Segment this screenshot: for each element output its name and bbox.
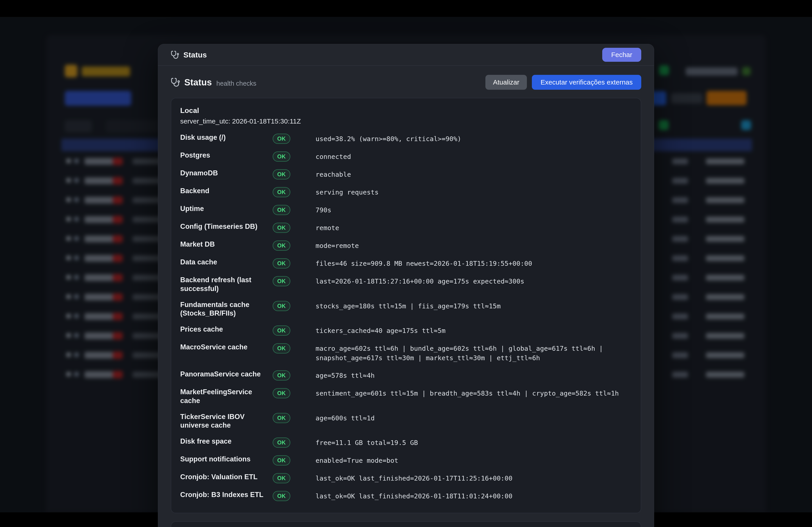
check-row: Cronjob: B3 Indexes ETL OK last_ok=OK la… (180, 487, 632, 505)
check-row: Cronjob: Valuation ETL OK last_ok=OK las… (180, 469, 632, 487)
status-subheader: Status health checks Atualizar Executar … (171, 75, 641, 90)
check-label: Disk free space (180, 437, 271, 446)
check-row: Uptime OK 790s (180, 201, 632, 219)
status-badge: OK (273, 241, 290, 251)
check-row: TickerService IBOV universe cache OK age… (180, 409, 632, 434)
status-badge: OK (273, 326, 290, 336)
check-row: Backend refresh (last successful) OK las… (180, 272, 632, 297)
check-detail: remote (316, 222, 632, 232)
check-label: Uptime (180, 205, 271, 213)
check-detail: files=46 size=909.8 MB newest=2026-01-18… (316, 258, 632, 268)
check-label: MacroService cache (180, 343, 271, 352)
status-badge: OK (273, 276, 290, 286)
local-panel: Local server_time_utc: 2026-01-18T15:30:… (171, 98, 641, 513)
check-label: Fundamentals cache (Stocks_BR/FIIs) (180, 300, 271, 318)
server-time: server_time_utc: 2026-01-18T15:30:11Z (180, 118, 632, 125)
check-label: DynamoDB (180, 169, 271, 178)
check-label: Market DB (180, 240, 271, 249)
check-detail: reachable (316, 169, 632, 179)
check-detail: tickers_cached=40 age=175s ttl≈5m (316, 325, 632, 335)
check-row: DynamoDB OK reachable (180, 165, 632, 183)
check-row: Prices cache OK tickers_cached=40 age=17… (180, 321, 632, 339)
status-badge: OK (273, 187, 290, 197)
status-badge: OK (273, 473, 290, 483)
check-label: Support notifications (180, 455, 271, 464)
checks-list: Disk usage (/) OK used=38.2% (warn>=80%,… (180, 130, 632, 505)
check-row: Backend OK serving requests (180, 183, 632, 201)
modal-title: Status (183, 50, 207, 59)
local-panel-heading: Local (180, 106, 632, 115)
check-label: MarketFeelingService cache (180, 388, 271, 405)
check-label: Backend refresh (last successful) (180, 276, 271, 293)
check-label: Cronjob: B3 Indexes ETL (180, 491, 271, 499)
check-detail: serving requests (316, 187, 632, 197)
check-label: Disk usage (/) (180, 133, 271, 142)
modal-body: Status health checks Atualizar Executar … (158, 66, 654, 527)
external-panel: External datasources Click “Run external… (171, 521, 641, 527)
check-row: Disk free space OK free=11.1 GB total=19… (180, 434, 632, 451)
status-badge: OK (273, 491, 290, 501)
check-label: Backend (180, 187, 271, 195)
status-badge: OK (273, 169, 290, 179)
check-label: Cronjob: Valuation ETL (180, 473, 271, 481)
status-subtitle-group: Status (171, 77, 212, 88)
status-badge: OK (273, 223, 290, 233)
status-badge: OK (273, 455, 290, 465)
check-detail: macro_age=602s ttl≈6h | bundle_age=602s … (316, 343, 632, 363)
check-row: Market DB OK mode=remote (180, 237, 632, 254)
check-detail: last=2026-01-18T15:27:16+00:00 age=175s … (316, 276, 632, 286)
status-modal: Status Fechar Status health checks (158, 44, 654, 527)
check-detail: last_ok=OK last_finished=2026-01-18T11:0… (316, 491, 632, 501)
check-detail: used=38.2% (warn>=80%, critical>=90%) (316, 133, 632, 144)
status-badge: OK (273, 151, 290, 162)
check-row: MarketFeelingService cache OK sentiment_… (180, 384, 632, 409)
status-badge: OK (273, 301, 290, 311)
check-detail: enabled=True mode=bot (316, 455, 632, 465)
screen: Status Fechar Status health checks (0, 0, 812, 527)
check-label: Data cache (180, 258, 271, 267)
check-detail: stocks_age=180s ttl≈15m | fiis_age=179s … (316, 300, 632, 311)
status-badge: OK (273, 437, 290, 448)
check-label: Postgres (180, 151, 271, 160)
run-external-checks-button[interactable]: Executar verificações externas (532, 75, 641, 90)
check-row: Postgres OK connected (180, 147, 632, 165)
check-detail: sentiment_age=601s ttl≈15m | breadth_age… (316, 388, 632, 398)
status-badge: OK (273, 258, 290, 269)
check-row: Support notifications OK enabled=True mo… (180, 451, 632, 469)
status-badge: OK (273, 370, 290, 380)
status-badge: OK (273, 205, 290, 215)
check-label: Prices cache (180, 325, 271, 334)
modal-header: Status Fechar (158, 44, 654, 66)
close-button[interactable]: Fechar (602, 48, 641, 62)
check-detail: age=600s ttl≈1d (316, 412, 632, 423)
check-row: Data cache OK files=46 size=909.8 MB new… (180, 254, 632, 272)
status-badge: OK (273, 388, 290, 398)
check-detail: last_ok=OK last_finished=2026-01-17T11:2… (316, 473, 632, 483)
check-detail: free=11.1 GB total=19.5 GB (316, 437, 632, 448)
check-row: MacroService cache OK macro_age=602s ttl… (180, 339, 632, 366)
check-label: PanoramaService cache (180, 370, 271, 379)
check-label: TickerService IBOV universe cache (180, 412, 271, 430)
status-title: Status (184, 77, 212, 88)
check-row: PanoramaService cache OK age=578s ttl≈4h (180, 366, 632, 384)
status-badge: OK (273, 134, 290, 144)
check-detail: 790s (316, 205, 632, 215)
status-badge: OK (273, 413, 290, 423)
check-row: Disk usage (/) OK used=38.2% (warn>=80%,… (180, 130, 632, 147)
status-badge: OK (273, 343, 290, 353)
status-caption: health checks (216, 77, 256, 87)
check-detail: connected (316, 151, 632, 161)
modal-title-group: Status (171, 50, 207, 59)
check-label: Config (Timeseries DB) (180, 222, 271, 231)
status-actions: Atualizar Executar verificações externas (485, 75, 641, 90)
check-row: Config (Timeseries DB) OK remote (180, 219, 632, 237)
check-detail: mode=remote (316, 240, 632, 251)
stethoscope-icon (171, 50, 179, 59)
refresh-button[interactable]: Atualizar (485, 75, 527, 90)
stethoscope-icon (171, 77, 180, 87)
check-detail: age=578s ttl≈4h (316, 370, 632, 380)
check-row: Fundamentals cache (Stocks_BR/FIIs) OK s… (180, 297, 632, 322)
